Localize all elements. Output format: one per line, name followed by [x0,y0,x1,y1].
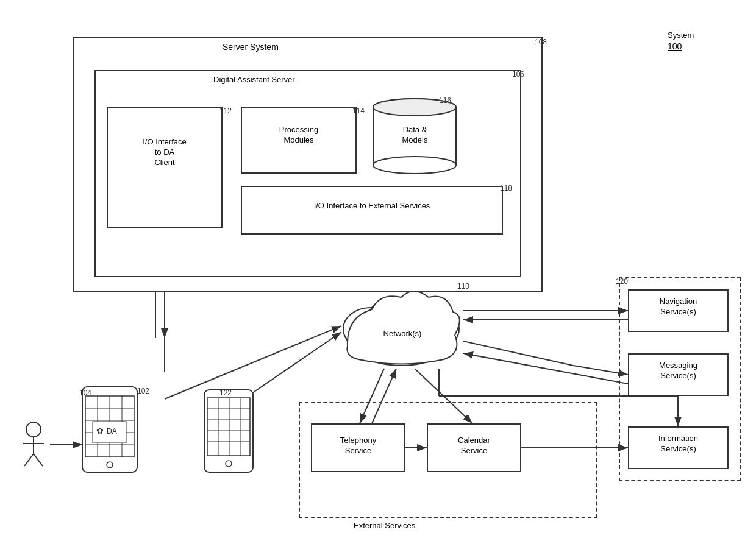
svg-point-63 [226,461,232,467]
system-label: System 100 [668,30,694,52]
svg-text:✿: ✿ [96,426,104,436]
server-system-label: Server System [223,41,279,52]
io-external-label: I/O Interface to External Services [241,201,503,211]
diagram-container: ✿ DA System 100 Server System [0,0,756,544]
svg-line-68 [34,454,43,466]
external-services-label: External Services [354,521,415,531]
svg-line-67 [24,454,34,466]
data-models-label: Data &Models [371,125,459,146]
ref-104: 104 [79,389,91,397]
ref-122: 122 [219,389,232,397]
svg-line-9 [463,341,573,366]
svg-rect-55 [207,398,250,456]
telephony-label: TelephonyService [311,436,405,456]
io-da-client-label: I/O Interfaceto DAClient [107,137,223,168]
ref-114: 114 [352,107,365,115]
person-icon [17,420,51,474]
da-client-device: ✿ DA [79,384,140,478]
nav-services-label: NavigationService(s) [628,297,729,317]
svg-text:DA: DA [107,427,117,436]
info-services-label: InformationService(s) [628,434,729,454]
ref-116: 116 [439,96,451,105]
ref-120: 120 [616,277,628,286]
third-party-device [201,387,256,478]
ref-112: 112 [219,107,232,115]
network-label: Network(s) [366,329,439,339]
ref-108: 108 [535,38,547,46]
messaging-services-label: MessagingService(s) [628,361,729,381]
ref-118: 118 [500,184,512,193]
calendar-label: CalendarService [427,436,521,456]
ref-110: 110 [457,282,469,291]
svg-line-11 [463,353,628,384]
da-server-label: Digital Assistant Server [213,75,295,85]
svg-point-64 [26,422,41,437]
ref-106: 106 [512,70,524,79]
processing-modules-label: ProcessingModules [241,125,357,146]
network-cloud [334,274,468,372]
svg-point-29 [373,157,456,174]
ref-102: 102 [137,387,149,395]
svg-point-50 [107,462,113,468]
